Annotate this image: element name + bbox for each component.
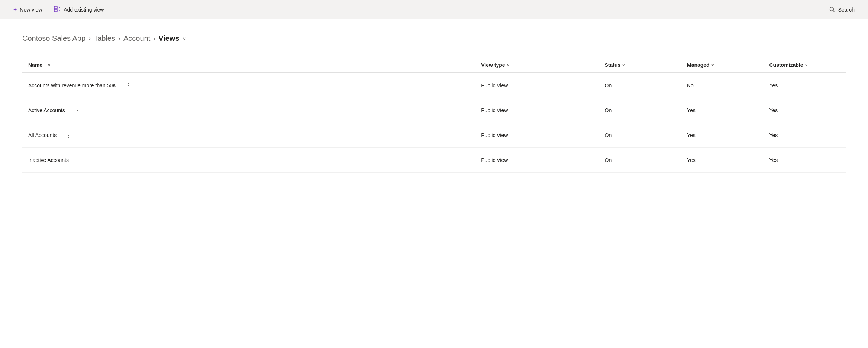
col-header-name: Name ↑ ∨ <box>22 58 475 73</box>
breadcrumb-sep-1: › <box>88 35 91 42</box>
table-header: Name ↑ ∨ View type ∨ Status ∨ <box>22 58 846 73</box>
cell-customizable-3: Yes <box>764 148 846 173</box>
cell-name-0: Accounts with revenue more than 50K ⋮ <box>22 73 475 98</box>
breadcrumb: Contoso Sales App › Tables › Account › V… <box>22 34 846 43</box>
row-menu-button-2[interactable]: ⋮ <box>62 130 75 140</box>
col-header-managed-btn[interactable]: Managed ∨ <box>687 62 714 68</box>
cell-viewtype-1: Public View <box>475 98 598 123</box>
col-header-name-btn[interactable]: Name ↑ ∨ <box>28 62 51 68</box>
breadcrumb-sep-2: › <box>118 35 120 42</box>
cell-customizable-2: Yes <box>764 123 846 148</box>
search-icon <box>829 7 835 13</box>
row-menu-button-1[interactable]: ⋮ <box>71 105 84 115</box>
row-menu-dots-icon-3: ⋮ <box>78 156 85 164</box>
cell-name-2: All Accounts ⋮ <box>22 123 475 148</box>
row-menu-dots-icon-2: ⋮ <box>65 131 72 139</box>
table-row: All Accounts ⋮ Public View On Yes Yes <box>22 123 846 148</box>
table-body: Accounts with revenue more than 50K ⋮ Pu… <box>22 73 846 173</box>
col-status-label: Status <box>605 62 621 68</box>
cell-status-1: On <box>599 98 681 123</box>
breadcrumb-app[interactable]: Contoso Sales App <box>22 34 85 43</box>
row-name-text-2: All Accounts <box>28 132 57 138</box>
breadcrumb-tables[interactable]: Tables <box>94 34 115 43</box>
col-name-chevron-icon: ∨ <box>48 63 51 68</box>
col-header-viewtype-btn[interactable]: View type ∨ <box>481 62 509 68</box>
toolbar-right: Search <box>816 0 859 19</box>
cell-name-3: Inactive Accounts ⋮ <box>22 148 475 173</box>
cell-status-3: On <box>599 148 681 173</box>
row-menu-button-3[interactable]: ⋮ <box>75 155 88 165</box>
breadcrumb-account[interactable]: Account <box>123 34 150 43</box>
svg-rect-0 <box>54 6 57 9</box>
col-header-status-btn[interactable]: Status ∨ <box>605 62 625 68</box>
cell-status-2: On <box>599 123 681 148</box>
cell-customizable-0: Yes <box>764 73 846 98</box>
views-table: Name ↑ ∨ View type ∨ Status ∨ <box>22 58 846 173</box>
search-button[interactable]: Search <box>825 4 859 16</box>
breadcrumb-dropdown-icon[interactable]: ∨ <box>183 36 186 42</box>
breadcrumb-sep-3: › <box>153 35 155 42</box>
cell-managed-1: Yes <box>681 98 764 123</box>
toolbar: + New view Add existing view Search <box>0 0 868 19</box>
row-menu-button-0[interactable]: ⋮ <box>122 81 135 90</box>
add-existing-view-button[interactable]: Add existing view <box>49 3 108 16</box>
col-customizable-label: Customizable <box>769 62 803 68</box>
search-label: Search <box>838 7 855 13</box>
new-view-button[interactable]: + New view <box>9 3 46 16</box>
col-customizable-chevron-icon: ∨ <box>805 63 808 68</box>
add-existing-icon <box>54 6 61 13</box>
cell-viewtype-2: Public View <box>475 123 598 148</box>
cell-viewtype-3: Public View <box>475 148 598 173</box>
col-header-viewtype: View type ∨ <box>475 58 598 73</box>
table-header-row: Name ↑ ∨ View type ∨ Status ∨ <box>22 58 846 73</box>
cell-name-1: Active Accounts ⋮ <box>22 98 475 123</box>
svg-line-6 <box>833 10 835 12</box>
col-header-customizable-btn[interactable]: Customizable ∨ <box>769 62 808 68</box>
row-name-text-1: Active Accounts <box>28 107 65 113</box>
add-existing-view-label: Add existing view <box>64 7 104 13</box>
row-menu-dots-icon-0: ⋮ <box>125 82 132 89</box>
col-header-customizable: Customizable ∨ <box>764 58 846 73</box>
col-name-label: Name <box>28 62 42 68</box>
new-view-icon: + <box>13 6 17 13</box>
table-row: Active Accounts ⋮ Public View On Yes Yes <box>22 98 846 123</box>
svg-rect-1 <box>54 9 57 12</box>
col-header-status: Status ∨ <box>599 58 681 73</box>
col-header-managed: Managed ∨ <box>681 58 764 73</box>
col-managed-label: Managed <box>687 62 710 68</box>
sort-asc-icon: ↑ <box>44 63 46 67</box>
col-viewtype-chevron-icon: ∨ <box>507 63 510 68</box>
col-managed-chevron-icon: ∨ <box>711 63 714 68</box>
cell-managed-2: Yes <box>681 123 764 148</box>
cell-customizable-1: Yes <box>764 98 846 123</box>
main-content: Contoso Sales App › Tables › Account › V… <box>0 19 868 348</box>
cell-viewtype-0: Public View <box>475 73 598 98</box>
breadcrumb-views[interactable]: Views <box>158 34 179 43</box>
row-name-text-0: Accounts with revenue more than 50K <box>28 82 116 88</box>
col-viewtype-label: View type <box>481 62 505 68</box>
cell-status-0: On <box>599 73 681 98</box>
new-view-label: New view <box>20 7 42 13</box>
cell-managed-3: Yes <box>681 148 764 173</box>
table-row: Inactive Accounts ⋮ Public View On Yes Y… <box>22 148 846 173</box>
table-row: Accounts with revenue more than 50K ⋮ Pu… <box>22 73 846 98</box>
row-name-text-3: Inactive Accounts <box>28 157 69 163</box>
col-status-chevron-icon: ∨ <box>622 63 625 68</box>
toolbar-left: + New view Add existing view <box>9 3 108 16</box>
row-menu-dots-icon-1: ⋮ <box>74 107 81 114</box>
cell-managed-0: No <box>681 73 764 98</box>
